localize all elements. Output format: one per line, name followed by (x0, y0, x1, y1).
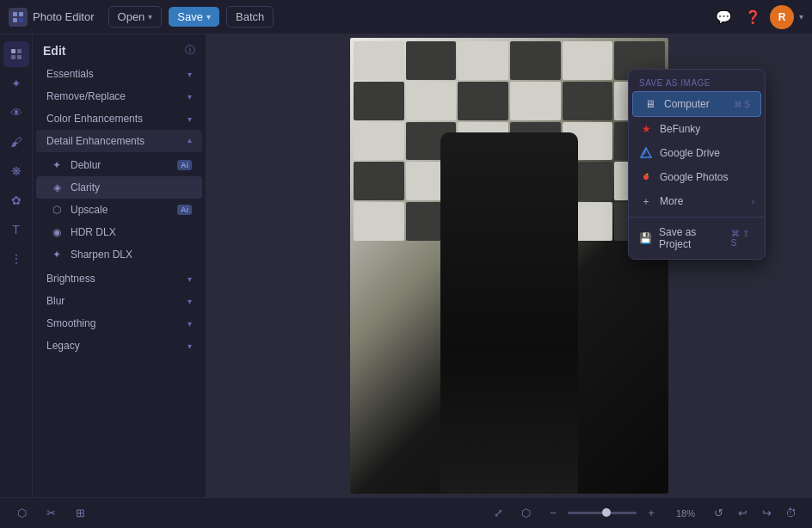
zoom-controls: − + (542, 502, 662, 525)
undo-redo-controls: ↺ ↩ ↪ ⏱ (707, 502, 802, 525)
upscale-icon: ⬡ (50, 203, 64, 217)
save-project-item[interactable]: 💾 Save as Project ⌘ ⇧ S (629, 221, 765, 255)
dropdown-divider (629, 217, 765, 218)
more-icon: ＋ (639, 194, 653, 208)
help-icon-button[interactable]: ❓ (741, 5, 765, 29)
bottom-bar: ⬡ ✂ ⊞ ⤢ ⬡ − + 18% ↺ ↩ ↪ ⏱ (0, 497, 812, 528)
section-color-enhancements[interactable]: Color Enhancements ▾ (36, 107, 202, 130)
smoothing-label: Smoothing (46, 317, 95, 329)
svg-rect-6 (11, 55, 15, 59)
info-icon[interactable]: ⓘ (185, 43, 195, 58)
topbar: Photo Editor Open ▾ Save ▾ Batch 💬 ❓ R ▾ (0, 0, 812, 34)
save-as-image-title: Save as Image (629, 73, 765, 91)
sidebar-effects-icon[interactable]: ✦ (3, 71, 29, 96)
tile (406, 82, 457, 120)
chat-icon-button[interactable]: 💬 (711, 5, 735, 29)
section-blur[interactable]: Blur ▾ (36, 290, 202, 312)
main-area: ✦ 👁 🖌 ❋ ✿ T ⋮ Edit ⓘ Essentials ▾ Remove… (0, 34, 812, 497)
save-computer-item[interactable]: 🖥 Computer ⌘ S (632, 91, 761, 117)
logo-icon (9, 8, 28, 27)
hdr-dlx-icon: ◉ (50, 225, 64, 239)
history-icon[interactable]: ⏱ (779, 502, 802, 525)
tile (458, 41, 508, 80)
fit-screen-icon[interactable]: ⤢ (487, 502, 509, 525)
refresh-icon[interactable]: ↺ (707, 502, 729, 525)
list-item[interactable]: ✦ Deblur Ai (36, 154, 202, 176)
svg-rect-4 (11, 49, 15, 53)
save-project-label: Save as Project (659, 226, 724, 250)
google-photos-icon (639, 170, 653, 184)
tile (354, 82, 404, 120)
canvas-area: Save as Image 🖥 Computer ⌘ S ★ BeFunky (206, 34, 812, 497)
save-google-photos-label: Google Photos (660, 171, 728, 183)
list-item[interactable]: ◉ HDR DLX (36, 221, 202, 243)
zoom-in-icon[interactable]: + (640, 502, 662, 525)
edit-panel: Edit ⓘ Essentials ▾ Remove/Replace ▾ Col… (33, 34, 206, 497)
project-icon: 💾 (639, 231, 652, 245)
google-drive-icon (639, 146, 653, 160)
save-google-photos-item[interactable]: Google Photos (629, 165, 765, 189)
detail-sub-items: ✦ Deblur Ai ◈ Clarity ⬡ Upscale Ai ◉ HDR… (33, 152, 206, 267)
more-arrow-icon: › (752, 197, 754, 206)
batch-label: Batch (236, 10, 264, 23)
sidebar-text-icon[interactable]: T (3, 217, 29, 243)
zoom-slider-handle[interactable] (602, 508, 611, 517)
essentials-label: Essentials (46, 68, 94, 80)
section-smoothing[interactable]: Smoothing ▾ (36, 312, 202, 335)
zoom-slider[interactable] (568, 512, 637, 514)
tile (354, 122, 404, 161)
zoom-percentage: 18% (667, 508, 695, 519)
blur-chevron-icon: ▾ (188, 297, 192, 306)
clarity-label: Clarity (71, 181, 192, 193)
save-befunky-item[interactable]: ★ BeFunky (629, 117, 765, 141)
bottom-right: ⤢ ⬡ − + 18% ↺ ↩ ↪ ⏱ (487, 502, 802, 525)
sidebar-brush-icon[interactable]: 🖌 (3, 129, 29, 155)
panel-header: Edit ⓘ (33, 34, 206, 63)
crop-bottom-icon[interactable]: ✂ (40, 502, 62, 525)
svg-rect-1 (19, 12, 23, 16)
panel-title: Edit (43, 44, 65, 58)
essentials-chevron-icon: ▾ (188, 70, 192, 79)
section-remove-replace[interactable]: Remove/Replace ▾ (36, 85, 202, 107)
remove-replace-label: Remove/Replace (46, 90, 126, 102)
section-brightness[interactable]: Brightness ▾ (36, 267, 202, 290)
save-button[interactable]: Save ▾ (169, 7, 219, 27)
open-label: Open (118, 10, 145, 23)
save-label: Save (177, 10, 203, 23)
sidebar-view-icon[interactable]: 👁 (3, 100, 29, 126)
sidebar-sticker-icon[interactable]: ✿ (3, 187, 29, 213)
save-google-drive-item[interactable]: Google Drive (629, 141, 765, 165)
list-item[interactable]: ◈ Clarity (36, 176, 202, 199)
open-button[interactable]: Open ▾ (108, 6, 163, 28)
zoom-out-icon[interactable]: − (542, 502, 564, 525)
deblur-ai-badge: Ai (177, 160, 192, 170)
user-avatar[interactable]: R (770, 5, 794, 29)
save-chevron-icon: ▾ (206, 12, 211, 21)
remove-replace-chevron-icon: ▾ (188, 92, 192, 101)
sidebar-edit-icon[interactable] (3, 41, 29, 67)
sidebar-more-icon[interactable]: ⋮ (3, 246, 29, 272)
batch-button[interactable]: Batch (226, 6, 274, 28)
undo-icon[interactable]: ↩ (731, 502, 754, 525)
grid-bottom-icon[interactable]: ⊞ (69, 502, 91, 525)
clarity-icon: ◈ (50, 181, 64, 194)
save-befunky-label: BeFunky (660, 123, 700, 135)
brightness-chevron-icon: ▾ (188, 274, 192, 284)
save-more-label: More (660, 195, 683, 207)
list-item[interactable]: ⬡ Upscale Ai (36, 199, 202, 221)
list-item[interactable]: ✦ Sharpen DLX (36, 243, 202, 266)
legacy-chevron-icon: ▾ (188, 341, 192, 351)
sharpen-dlx-icon: ✦ (50, 248, 64, 261)
section-detail-enhancements[interactable]: Detail Enhancements ▾ (36, 130, 202, 152)
layers-bottom-icon[interactable]: ⬡ (10, 502, 33, 525)
section-essentials[interactable]: Essentials ▾ (36, 63, 202, 85)
befunky-icon: ★ (639, 122, 653, 136)
sidebar-layers-icon[interactable]: ❋ (3, 158, 29, 184)
save-google-drive-label: Google Drive (660, 147, 720, 159)
canvas-image (350, 38, 668, 494)
tile (510, 41, 561, 80)
redo-icon[interactable]: ↪ (755, 502, 778, 525)
section-legacy[interactable]: Legacy ▾ (36, 335, 202, 357)
fit-width-icon[interactable]: ⬡ (514, 502, 537, 525)
save-more-item[interactable]: ＋ More › (629, 189, 765, 213)
